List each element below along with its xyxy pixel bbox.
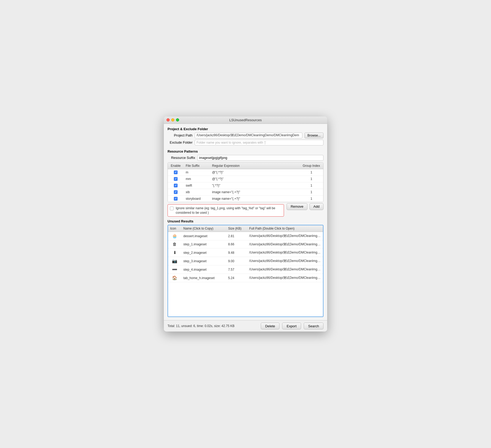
- result-row[interactable]: 📷 step_3.imageset 9.00 /Users/jackz86/De…: [168, 257, 323, 265]
- action-buttons: Remove Add: [287, 203, 323, 210]
- results-table: Icon Name (Click to Copy) Size (KB) Full…: [168, 225, 323, 317]
- close-button[interactable]: [166, 118, 170, 121]
- result-name-4[interactable]: step_3.imageset: [181, 259, 226, 264]
- footer: Total: 11, unsued: 6, time: 0.02s, size:…: [164, 320, 327, 332]
- checkbox-mm[interactable]: [174, 177, 178, 181]
- result-size-3: 9.48: [226, 250, 247, 255]
- row1-regex: @"(.*?)": [210, 170, 299, 175]
- result-icon-5: ➖: [168, 266, 181, 272]
- minimize-button[interactable]: [171, 118, 174, 121]
- pattern-table: Enable File Suffix Regular Expression Gr…: [168, 162, 323, 202]
- results-header: Icon Name (Click to Copy) Size (KB) Full…: [168, 225, 323, 232]
- result-row[interactable]: 🗑 step_1.imageset 8.66 /Users/jackz86/De…: [168, 240, 323, 249]
- main-window: LSUnusedResources Project & Exclude Fold…: [164, 116, 327, 332]
- rth-icon: Icon: [168, 226, 181, 231]
- result-path-4[interactable]: /Users/jackz86/Desktop/测试Demo/DMCleanImg…: [247, 258, 323, 264]
- th-suffix: File Suffix: [184, 163, 210, 168]
- th-group: Group Index: [299, 163, 323, 168]
- row2-group: 1: [299, 177, 323, 181]
- project-path-label: Project Path: [168, 133, 193, 137]
- table-row: mm @"(.*?)" 1: [168, 176, 323, 182]
- th-enable: Enable: [168, 163, 184, 168]
- project-path-input[interactable]: [195, 133, 302, 138]
- rth-path: Full Path (Double Click to Open): [247, 226, 323, 231]
- row1-group: 1: [299, 170, 323, 175]
- result-row[interactable]: 🏠 tab_home_h.imageset 5.24 /Users/jackz8…: [168, 274, 323, 282]
- unused-results-section: Unused Results Icon Name (Click to Copy)…: [168, 219, 323, 317]
- row4-enable: [168, 190, 184, 194]
- row2-enable: [168, 177, 184, 181]
- suffix-row: Resource Suffix: [168, 155, 323, 161]
- ignore-checkbox-area: [170, 206, 174, 210]
- export-button[interactable]: Export: [282, 323, 301, 329]
- row3-enable: [168, 183, 184, 188]
- row4-suffix: xib: [184, 190, 210, 194]
- resource-suffix-input[interactable]: [197, 155, 323, 161]
- result-name-3[interactable]: step_2.imageset: [181, 250, 226, 255]
- row3-regex: "(.*?)": [210, 183, 299, 188]
- resource-patterns-title: Resource Patterns: [168, 149, 323, 153]
- result-path-5[interactable]: /Users/jackz86/Desktop/测试Demo/DMCleanImg…: [247, 267, 323, 272]
- result-row[interactable]: ➖ step_4.imageset 7.57 /Users/jackz86/De…: [168, 265, 323, 274]
- result-name-1[interactable]: dessert.imageset: [181, 234, 226, 238]
- result-name-5[interactable]: step_4.imageset: [181, 267, 226, 272]
- result-row[interactable]: ⬇ step_2.imageset 9.48 /Users/jackz86/De…: [168, 249, 323, 257]
- checkbox-xib[interactable]: [174, 190, 178, 194]
- th-regex: Regular Expression: [210, 163, 299, 168]
- remove-button[interactable]: Remove: [287, 203, 307, 210]
- checkbox-storyboard[interactable]: [174, 197, 178, 201]
- project-section: Project & Exclude Folder Project Path Br…: [168, 127, 323, 147]
- fullscreen-button[interactable]: [176, 118, 179, 121]
- ignore-label: Ignore similar name (eg: tag_1.png, usin…: [176, 206, 282, 215]
- ignore-similar-row: Ignore similar name (eg: tag_1.png, usin…: [168, 204, 284, 217]
- result-icon-1: 🧁: [168, 233, 181, 239]
- window-title: LSUnusedResources: [229, 118, 262, 122]
- result-size-6: 5.24: [226, 276, 247, 280]
- result-icon-4: 📷: [168, 258, 181, 264]
- result-path-3[interactable]: /Users/jackz86/Desktop/测试Demo/DMCleanImg…: [247, 250, 323, 255]
- browse-button[interactable]: Browse...: [305, 133, 323, 138]
- delete-button[interactable]: Delete: [261, 323, 280, 329]
- table-row: swift "(.*?)" 1: [168, 182, 323, 189]
- footer-status: Total: 11, unsued: 6, time: 0.02s, size:…: [168, 324, 258, 328]
- resource-suffix-label: Resource Suffix: [168, 156, 195, 160]
- result-path-6[interactable]: /Users/jackz86/Desktop/测试Demo/DMCleanImg…: [247, 275, 323, 281]
- row5-group: 1: [299, 196, 323, 201]
- unused-results-title: Unused Results: [168, 219, 323, 223]
- exclude-folder-input[interactable]: [195, 140, 323, 145]
- rth-name: Name (Click to Copy): [181, 226, 226, 231]
- table-row: m @"(.*?)" 1: [168, 169, 323, 176]
- empty-rows: [168, 282, 323, 316]
- row5-enable: [168, 196, 184, 201]
- row4-group: 1: [299, 190, 323, 194]
- result-path-1[interactable]: /Users/jackz86/Desktop/测试Demo/DMCleanImg…: [247, 233, 323, 239]
- exclude-folder-label: Exclude Folder: [168, 140, 193, 144]
- main-content: Project & Exclude Folder Project Path Br…: [164, 124, 327, 320]
- table-row: xib image name="(.+?)" 1: [168, 189, 323, 196]
- ignore-row-wrapper: Ignore similar name (eg: tag_1.png, usin…: [168, 203, 323, 217]
- row4-regex: image name="(.+?)": [210, 190, 299, 194]
- row5-regex: image name="(.+?)": [210, 196, 299, 201]
- result-size-1: 2.81: [226, 234, 247, 238]
- row2-suffix: mm: [184, 177, 210, 181]
- pattern-table-header: Enable File Suffix Regular Expression Gr…: [168, 163, 323, 169]
- checkbox-swift[interactable]: [174, 184, 178, 187]
- search-button[interactable]: Search: [304, 323, 323, 329]
- checkbox-m[interactable]: [174, 171, 178, 174]
- project-path-row: Project Path Browse...: [168, 133, 323, 138]
- row2-regex: @"(.*?)": [210, 177, 299, 181]
- result-name-6[interactable]: tab_home_h.imageset: [181, 276, 226, 280]
- titlebar: LSUnusedResources: [164, 116, 327, 124]
- result-path-2[interactable]: /Users/jackz86/Desktop/测试Demo/DMCleanImg…: [247, 242, 323, 247]
- rth-size: Size (KB): [226, 226, 247, 231]
- add-button[interactable]: Add: [310, 203, 323, 210]
- row1-enable: [168, 170, 184, 175]
- result-size-2: 8.66: [226, 242, 247, 247]
- ignore-similar-checkbox[interactable]: [170, 207, 174, 210]
- result-name-2[interactable]: step_1.imageset: [181, 242, 226, 247]
- result-row[interactable]: 🧁 dessert.imageset 2.81 /Users/jackz86/D…: [168, 232, 323, 240]
- result-icon-2: 🗑: [168, 241, 181, 247]
- exclude-folder-row: Exclude Folder: [168, 140, 323, 145]
- row3-suffix: swift: [184, 183, 210, 188]
- result-size-5: 7.57: [226, 267, 247, 272]
